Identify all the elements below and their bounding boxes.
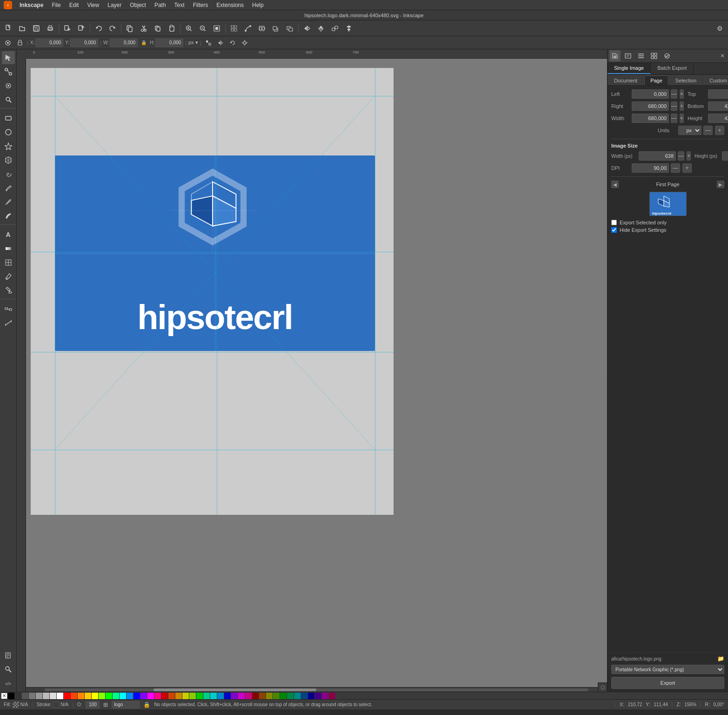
save-button[interactable]: [30, 22, 43, 35]
copy-style-button[interactable]: [123, 22, 136, 35]
hide-settings-checkbox[interactable]: [611, 227, 617, 233]
export-selected-checkbox[interactable]: [611, 220, 617, 225]
flip-coords[interactable]: [215, 38, 226, 48]
img-width-minus[interactable]: +: [687, 151, 691, 161]
raise-button[interactable]: [269, 22, 282, 35]
menu-inkscape[interactable]: Inkscape: [16, 1, 47, 9]
import-button[interactable]: [61, 22, 74, 35]
single-image-tab[interactable]: Single Image: [608, 63, 651, 74]
units-minus[interactable]: +: [715, 126, 724, 135]
img-width-plus[interactable]: —: [678, 151, 684, 161]
palette-color-cc0088[interactable]: [245, 693, 252, 699]
palette-color-555555[interactable]: [22, 693, 28, 699]
palette-color-00cc88[interactable]: [203, 693, 210, 699]
palette-color-0088cc[interactable]: [217, 693, 224, 699]
palette-color-cc8800[interactable]: [175, 693, 182, 699]
palette-color-8800cc[interactable]: [231, 693, 238, 699]
measure-tool[interactable]: [2, 317, 15, 330]
pencil-tool[interactable]: [2, 182, 15, 195]
panel-tab-export[interactable]: [609, 50, 621, 61]
subtab-custom[interactable]: Custom: [703, 75, 728, 85]
node-tool[interactable]: [2, 65, 15, 78]
palette-color-0000ff[interactable]: [134, 693, 140, 699]
menu-layer[interactable]: Layer: [104, 1, 125, 9]
select-all-button[interactable]: [227, 22, 240, 35]
right-plus[interactable]: —: [671, 101, 677, 111]
bottom-input[interactable]: [708, 101, 728, 111]
menu-edit[interactable]: Edit: [66, 1, 83, 9]
palette-color-880000[interactable]: [252, 693, 259, 699]
paste-button[interactable]: [165, 22, 178, 35]
dpi-minus[interactable]: +: [682, 163, 692, 173]
palette-color-88cc00[interactable]: [189, 693, 196, 699]
width-plus[interactable]: —: [671, 114, 677, 123]
flip-h-button[interactable]: [301, 22, 314, 35]
palette-color-ff00ff[interactable]: [147, 693, 154, 699]
pen-tool[interactable]: [2, 196, 15, 209]
export-button[interactable]: [75, 22, 88, 35]
zoom-tool[interactable]: [2, 93, 15, 106]
x-input[interactable]: [35, 39, 63, 47]
align-button[interactable]: [342, 22, 355, 35]
subtab-page[interactable]: Page: [644, 75, 668, 85]
palette-color-cccc00[interactable]: [182, 693, 189, 699]
palette-color-004488[interactable]: [301, 693, 307, 699]
palette-color-dddddd[interactable]: [50, 693, 56, 699]
fill-preview-box[interactable]: [13, 702, 19, 708]
snap-toggle[interactable]: [3, 38, 13, 48]
img-height-input[interactable]: [722, 151, 728, 161]
palette-color-000088[interactable]: [308, 693, 314, 699]
zoom-in-button[interactable]: [182, 22, 195, 35]
left-plus[interactable]: —: [671, 89, 677, 99]
transform-coords[interactable]: [203, 38, 214, 48]
palette-color-0000cc[interactable]: [224, 693, 231, 699]
canvas-area[interactable]: 0 100 200 300 400 500 600 700: [17, 49, 607, 692]
palette-color-880044[interactable]: [329, 693, 335, 699]
format-select[interactable]: Portable Network Graphic (*.png) JPEG SV…: [611, 665, 724, 674]
units-plus[interactable]: —: [703, 126, 713, 135]
palette-color-ffff00[interactable]: [92, 693, 98, 699]
palette-color-bbbbbb[interactable]: [43, 693, 49, 699]
w-input[interactable]: [110, 39, 138, 47]
palette-color-cc00cc[interactable]: [238, 693, 245, 699]
palette-color-ff4400[interactable]: [71, 693, 77, 699]
top-input[interactable]: [708, 89, 728, 99]
palette-color-00cccc[interactable]: [210, 693, 217, 699]
panel-tab-layers[interactable]: [635, 50, 647, 61]
lock-aspect-button[interactable]: 🔒: [140, 39, 148, 47]
palette-color-448800[interactable]: [273, 693, 280, 699]
panel-tab-symbols[interactable]: [661, 50, 673, 61]
transform-button[interactable]: [328, 22, 341, 35]
next-page-btn[interactable]: ▶: [717, 181, 724, 188]
rotate-coords[interactable]: [227, 38, 238, 48]
prev-page-btn[interactable]: ◀: [611, 181, 619, 188]
palette-color-cc4400[interactable]: [168, 693, 175, 699]
menu-path[interactable]: Path: [151, 1, 170, 9]
3d-box-tool[interactable]: [2, 154, 15, 167]
nodes-button[interactable]: [241, 22, 254, 35]
zoom-fit-button[interactable]: [210, 22, 223, 35]
palette-color-000000[interactable]: [8, 693, 14, 699]
calligraphy-tool[interactable]: [2, 209, 15, 223]
canvas-viewport[interactable]: hipsotecrl: [26, 59, 607, 692]
lock-icon[interactable]: [15, 38, 25, 48]
canvas-more-btn[interactable]: ⋮: [599, 367, 606, 374]
right-minus[interactable]: +: [680, 101, 684, 111]
palette-none[interactable]: ✕: [1, 693, 7, 699]
left-minus[interactable]: +: [680, 89, 684, 99]
width-input[interactable]: [632, 114, 669, 123]
mesh-tool[interactable]: [2, 256, 15, 269]
h-input[interactable]: [155, 39, 183, 47]
group-button[interactable]: [255, 22, 268, 35]
undo-button[interactable]: [92, 22, 105, 35]
palette-color-ffffff[interactable]: [57, 693, 63, 699]
palette-color-888800[interactable]: [266, 693, 273, 699]
palette-color-8800ff[interactable]: [140, 693, 147, 699]
units-select[interactable]: px mm pt: [678, 126, 701, 135]
zoom-out-button[interactable]: [196, 22, 209, 35]
width-minus[interactable]: +: [680, 114, 684, 123]
palette-color-777777[interactable]: [29, 693, 35, 699]
star-tool[interactable]: [2, 140, 15, 153]
palette-color-333333[interactable]: [15, 693, 21, 699]
palette-color-999999[interactable]: [36, 693, 42, 699]
